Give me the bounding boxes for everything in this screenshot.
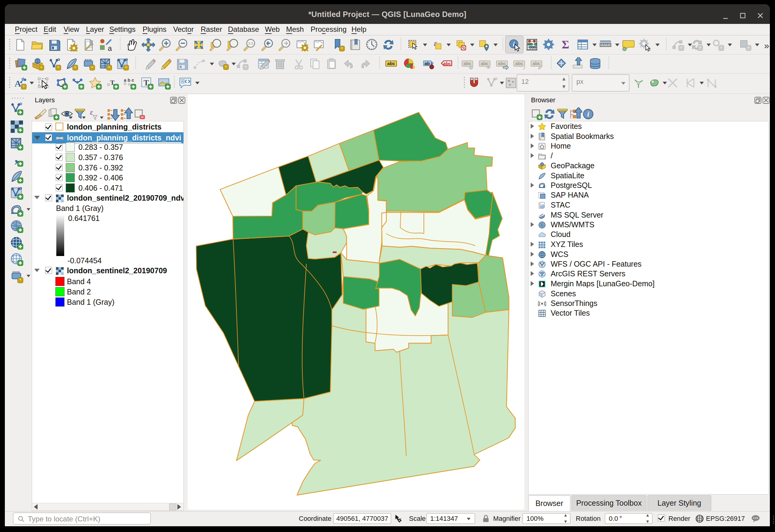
svg-text:*: *	[74, 65, 76, 70]
svg-text:a: a	[108, 44, 112, 51]
svg-text:*: *	[721, 46, 722, 51]
svg-text:ab: ab	[425, 61, 430, 66]
svg-text:*: *	[681, 46, 682, 51]
svg-text:*: *	[91, 65, 93, 70]
svg-text:1:1: 1:1	[248, 41, 253, 45]
svg-text:*: *	[245, 65, 247, 70]
svg-text:*: *	[225, 65, 227, 70]
svg-text:abc: abc	[498, 61, 506, 66]
svg-text:A: A	[15, 78, 21, 88]
svg-text:Σ: Σ	[562, 38, 570, 51]
svg-text:a b c: a b c	[124, 77, 134, 83]
svg-text:i: i	[513, 40, 515, 48]
svg-text:abc: abc	[443, 61, 451, 66]
svg-text:abc: abc	[464, 61, 471, 66]
svg-text:abc: abc	[533, 61, 540, 66]
svg-text:*: *	[125, 65, 127, 70]
svg-text:*: *	[19, 278, 21, 283]
svg-text:*: *	[57, 65, 59, 70]
svg-text:i: i	[587, 110, 590, 118]
svg-text:*: *	[699, 46, 701, 51]
svg-text:*: *	[748, 46, 750, 51]
svg-text:abc: abc	[481, 61, 489, 66]
svg-text:abc: abc	[515, 61, 523, 66]
svg-text:abc: abc	[387, 61, 395, 66]
svg-text:*: *	[23, 84, 25, 89]
svg-text:*: *	[341, 46, 343, 51]
svg-text:*: *	[41, 65, 42, 70]
svg-text:*: *	[108, 65, 110, 70]
